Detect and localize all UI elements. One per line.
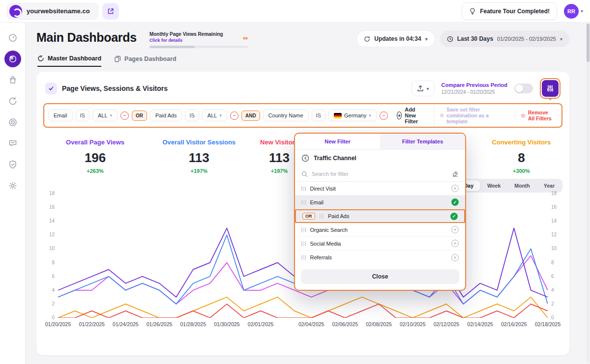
widget-checkbox-icon[interactable] [45,83,57,94]
popup-tab-new-filter[interactable]: New Filter [295,134,380,149]
left-sidebar [0,23,26,364]
filter-field-chip[interactable]: Email [48,110,73,121]
remove-filter-icon[interactable]: − [380,112,388,120]
annotation-caret-up-icon: ⌃ [548,98,552,104]
sidebar-item-settings[interactable] [4,177,21,194]
stat-title: Overall Page Views [43,139,147,146]
add-filter-icon[interactable]: + [451,240,459,247]
drag-handle-icon[interactable] [301,186,306,191]
add-filter-icon[interactable]: + [451,254,459,261]
feature-tour-label: Feature Tour Completed! [480,8,550,15]
filter-value-dropdown[interactable]: ALL▾ [202,110,227,121]
add-filter-icon[interactable]: + [451,226,459,233]
page-scrollbar[interactable] [587,24,590,363]
drag-handle-icon[interactable] [301,241,306,246]
remove-filter-icon[interactable]: − [230,112,238,120]
filter-operator-chip[interactable]: IS [185,110,199,121]
filter-button-highlight: ⌃ [540,78,560,99]
sidebar-item-privacy[interactable] [4,156,21,173]
quota-details-link[interactable]: Click for details [149,38,248,43]
granularity-week[interactable]: Week [481,180,507,191]
date-range-picker[interactable]: Last 30 Days 01/20/2025 - 02/19/2025 ▾ [440,30,569,47]
filter-field-chip[interactable]: Country Name [263,110,309,121]
filter-option-label: Referrals [310,254,447,260]
filter-value-dropdown[interactable]: ALL▾ [92,110,118,121]
search-input[interactable] [312,171,448,177]
add-filter-icon[interactable]: + [451,185,459,192]
joiner-and-chip[interactable]: AND [241,111,260,121]
add-new-filter-button[interactable]: + Add New Filter [391,107,434,124]
filter-option-email[interactable]: Email ✓ [295,196,465,209]
tab-label: Master Dashboard [48,55,101,62]
website-selector[interactable]: yourwebsitename.co [7,3,98,20]
remove-all-filters-button[interactable]: Remove All Filters [515,110,558,121]
stat-title: Converting Visitors [470,139,573,146]
plus-circle-icon: + [397,112,402,119]
page-title: Main Dashboards [36,30,137,45]
stat-overall-page-views: Overall Page Views 196 +263% [43,139,147,174]
filter-field-chip[interactable]: Paid Ads [150,110,182,121]
filter-option-label: Email [310,199,447,205]
popup-tab-filter-templates[interactable]: Filter Templates [380,134,465,149]
germany-flag-icon [334,113,342,118]
tab-label: Pages Dashboard [124,56,177,62]
feature-tour-button[interactable]: Feature Tour Completed! [462,2,557,20]
clear-search-icon[interactable] [452,170,459,177]
sidebar-item-ecommerce[interactable] [4,72,21,88]
filter-value-dropdown[interactable]: Germany▾ [328,110,377,121]
shopping-bag-icon [8,75,18,85]
stat-value: 196 [43,150,147,166]
compare-toggle[interactable] [514,84,533,93]
stat-value: 8 [470,150,573,166]
drag-handle-icon[interactable] [301,227,306,232]
active-filters-bar: Email IS ALL▾ − OR Paid Ads IS ALL▾ − AN… [43,103,562,128]
top-bar: yourwebsitename.co Feature Tour Complete… [0,0,590,23]
external-link-icon [107,8,114,15]
filter-option-paid-ads[interactable]: OR Paid Ads ✓ [295,209,465,223]
selected-check-icon[interactable]: ✓ [450,213,458,220]
overview-gauge-icon [8,33,18,43]
granularity-year[interactable]: Year [537,180,561,191]
filter-operator-chip[interactable]: IS [76,110,89,121]
chevron-down-icon: ▾ [219,113,222,118]
open-website-button[interactable] [102,3,119,20]
filter-option-referrals[interactable]: Referrals + [295,251,465,264]
chevron-down-icon: ▾ [560,36,562,42]
stat-delta: +300% [470,168,573,174]
remove-filter-icon[interactable]: − [120,112,129,120]
filter-option-organic-search[interactable]: Organic Search + [295,223,465,237]
popup-category-row[interactable]: Traffic Channel [295,150,465,167]
sidebar-item-goals[interactable] [4,114,21,131]
pages-dashboard-icon [114,56,121,62]
filter-operator-chip[interactable]: IS [312,110,325,121]
granularity-month[interactable]: Month [508,180,536,191]
filter-option-label: Organic Search [310,227,447,233]
scrollbar-thumb[interactable] [587,24,590,62]
lightbulb-icon [469,8,476,15]
drag-handle-icon[interactable] [320,214,324,219]
export-button[interactable]: ▾ [412,81,434,96]
save-template-button[interactable]: Save set filter combination as a templat… [434,107,515,124]
filter-popup: New Filter Filter Templates Traffic Chan… [294,133,466,291]
drag-handle-icon[interactable] [301,200,306,205]
user-menu[interactable]: RR ▾ [564,4,583,19]
sidebar-item-dashboards[interactable] [4,51,21,67]
selected-check-icon[interactable]: ✓ [451,198,459,206]
open-filters-button[interactable] [542,80,559,97]
drag-handle-icon[interactable] [301,255,306,260]
updates-countdown-button[interactable]: Updates in 04:34 ▾ [356,30,435,47]
range-dates: 01/20/2025 - 02/19/2025 [497,36,556,42]
tab-master-dashboard[interactable]: Master Dashboard [37,55,101,67]
sidebar-item-visitor-history[interactable] [4,93,21,110]
app-logo-icon [9,5,22,18]
or-operator-chip[interactable]: OR [302,213,315,220]
joiner-or-chip[interactable]: OR [132,111,147,121]
sidebar-item-feedback[interactable] [4,135,21,152]
filter-option-social-media[interactable]: Social Media + [295,237,465,251]
filter-option-direct-visit[interactable]: Direct Visit + [295,182,465,196]
filter-option-label: Direct Visit [310,186,447,192]
refresh-icon [364,36,370,42]
tab-pages-dashboard[interactable]: Pages Dashboard [114,55,177,67]
popup-close-button[interactable]: Close [301,269,459,284]
sidebar-item-overview[interactable] [4,29,21,46]
